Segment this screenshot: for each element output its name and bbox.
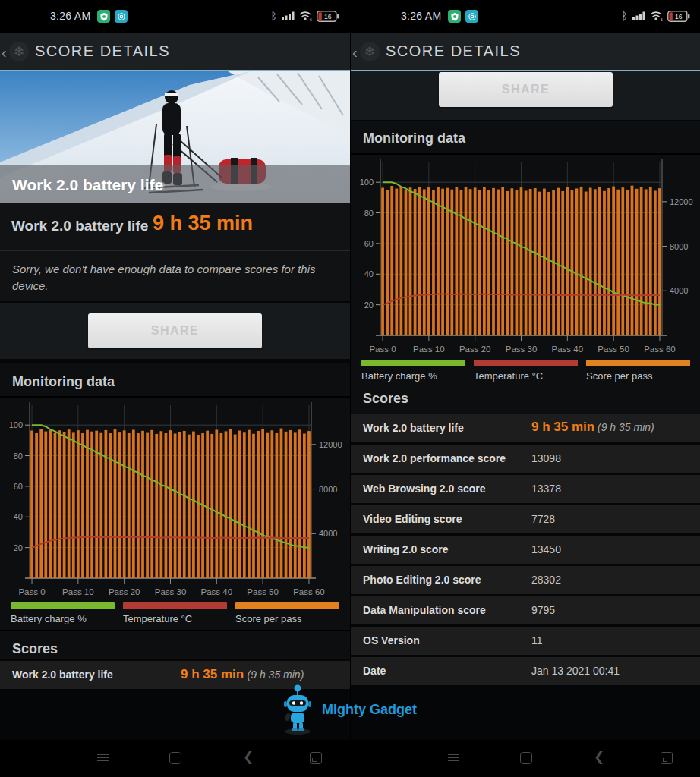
hero-overlay-version: 2.0 <box>151 181 165 191</box>
svg-text:6: 6 <box>310 17 312 22</box>
bluetooth-icon: ᛒ <box>622 8 628 24</box>
hero-overlay-title: Work 2.0 battery life <box>12 176 163 193</box>
shield-app-icon <box>448 10 461 23</box>
legend-score: Score per pass <box>586 370 690 382</box>
back-button[interactable]: ❮ <box>243 749 254 765</box>
mighty-gadget-watermark: Mighty Gadget <box>278 681 430 738</box>
score-row: Video Editing score 7728 <box>351 505 700 533</box>
svg-text:Pass 30: Pass 30 <box>155 587 187 596</box>
status-bar: 3:26 AM ᛒ 6 16 <box>0 0 350 33</box>
svg-text:Pass 40: Pass 40 <box>552 344 584 354</box>
home-button[interactable] <box>520 752 532 764</box>
monitoring-title: Monitoring data <box>12 374 115 390</box>
back-icon[interactable]: ‹ <box>2 44 7 61</box>
score-row-value: 28302 <box>531 574 561 586</box>
pcmark-snowflake-icon: ❄ <box>9 42 29 61</box>
menu-button[interactable] <box>97 752 109 763</box>
battery-life-value: 9 h 35 min <box>181 667 244 681</box>
score-row: Work 2.0 battery life 9 h 35 min (9 h 35… <box>351 414 700 442</box>
score-row-label: Date <box>363 665 386 677</box>
robot-icon <box>278 683 317 736</box>
android-navbar: ❮ <box>0 740 350 777</box>
score-row: Web Browsing 2.0 score 13378 <box>351 475 700 503</box>
bluetooth-icon: ᛒ <box>271 8 277 24</box>
score-row-label: Data Manipulation score <box>363 604 486 616</box>
battery-life-note: (9 h 35 min) <box>248 668 304 681</box>
wifi-icon: 6 <box>298 11 313 21</box>
svg-text:40: 40 <box>364 269 374 278</box>
floating-window-button[interactable] <box>310 752 322 764</box>
share-section: SHARE <box>0 303 350 359</box>
fingerprint-app-icon <box>115 10 128 23</box>
share-button[interactable]: SHARE <box>88 313 262 348</box>
home-button[interactable] <box>169 752 181 764</box>
svg-text:12000: 12000 <box>670 197 693 206</box>
svg-text:Pass 10: Pass 10 <box>413 344 445 354</box>
fingerprint-app-icon <box>465 10 478 23</box>
score-row-value: 9 h 35 min <box>531 420 594 434</box>
score-row-label: Photo Editing 2.0 score <box>363 574 481 586</box>
page-title: SCORE DETAILS <box>386 42 521 60</box>
svg-text:Pass 30: Pass 30 <box>506 344 538 354</box>
score-row: OS Version 11 <box>351 627 700 655</box>
battery-life-label: Work 2.0 battery life <box>12 668 113 681</box>
score-row-label: OS Version <box>363 634 420 646</box>
svg-text:Pass 10: Pass 10 <box>62 587 94 596</box>
chart-legend: Battery charge % Temperature °C Score pe… <box>361 360 690 382</box>
svg-text:60: 60 <box>364 239 374 248</box>
page-title: SCORE DETAILS <box>35 42 170 60</box>
svg-text:Pass 0: Pass 0 <box>369 344 396 354</box>
hero-image: Work 2.0 battery life 2.0 <box>0 71 350 203</box>
svg-text:12000: 12000 <box>319 440 342 449</box>
battery-icon: 16 <box>667 11 690 22</box>
left-screenshot: 3:26 AM ᛒ 6 16 ‹ ❄ SCORE DETAILS <box>0 0 350 777</box>
svg-text:Pass 60: Pass 60 <box>644 344 676 354</box>
scores-heading: Scores <box>12 641 58 657</box>
svg-text:8000: 8000 <box>670 242 688 251</box>
legend-temperature: Temperature °C <box>474 370 578 382</box>
signal-icon <box>281 11 295 21</box>
floating-window-button[interactable] <box>661 752 673 764</box>
svg-text:Pass 50: Pass 50 <box>247 587 279 596</box>
svg-text:16: 16 <box>675 13 683 20</box>
svg-text:Pass 20: Pass 20 <box>109 587 140 596</box>
score-row-label: Work 2.0 battery life <box>363 422 464 434</box>
svg-text:8000: 8000 <box>319 485 337 494</box>
pcmark-snowflake-icon: ❄ <box>360 42 380 61</box>
watermark-text: Mighty Gadget <box>322 702 417 718</box>
back-icon[interactable]: ‹ <box>352 44 358 61</box>
score-row-value: Jan 13 2021 00:41 <box>531 665 620 677</box>
svg-text:16: 16 <box>324 13 332 20</box>
svg-text:Pass 40: Pass 40 <box>201 587 233 596</box>
monitoring-title: Monitoring data <box>363 131 465 146</box>
monitoring-card: Monitoring data 204060801004000800012000… <box>351 121 700 414</box>
score-row-value: 13378 <box>531 483 561 495</box>
svg-text:100: 100 <box>9 420 23 429</box>
score-row: Work 2.0 performance score 13098 <box>351 445 700 473</box>
svg-text:100: 100 <box>360 178 374 187</box>
share-button[interactable]: SHARE <box>439 72 613 107</box>
svg-text:80: 80 <box>14 451 23 461</box>
legend-score: Score per pass <box>235 613 339 624</box>
scores-table: Work 2.0 battery life 9 h 35 min (9 h 35… <box>351 414 700 687</box>
svg-text:6: 6 <box>661 17 663 22</box>
svg-text:Pass 60: Pass 60 <box>293 587 325 596</box>
right-screenshot: 3:26 AM ᛒ 6 16 ‹ ❄ SCORE DETAILS SHARE M… <box>350 0 700 777</box>
svg-text:4000: 4000 <box>670 286 688 295</box>
scores-heading: Scores <box>363 391 408 407</box>
score-row-label: Web Browsing 2.0 score <box>363 483 486 495</box>
battery-icon: 16 <box>317 11 339 22</box>
score-summary-label: Work 2.0 battery life <box>11 218 148 234</box>
score-row-label: Video Editing score <box>363 513 462 525</box>
share-section: SHARE <box>351 71 700 120</box>
signal-icon <box>632 11 645 21</box>
back-button[interactable]: ❮ <box>594 749 604 765</box>
app-header: ‹ ❄ SCORE DETAILS <box>351 33 700 71</box>
score-row-value: 9795 <box>531 604 555 616</box>
monitoring-chart: 204060801004000800012000Pass 0Pass 10Pas… <box>355 156 694 358</box>
score-row-value: 13098 <box>531 452 561 464</box>
menu-button[interactable] <box>448 752 459 763</box>
wifi-icon: 6 <box>649 11 664 21</box>
svg-text:20: 20 <box>364 300 374 310</box>
score-row-value: 7728 <box>531 513 555 525</box>
